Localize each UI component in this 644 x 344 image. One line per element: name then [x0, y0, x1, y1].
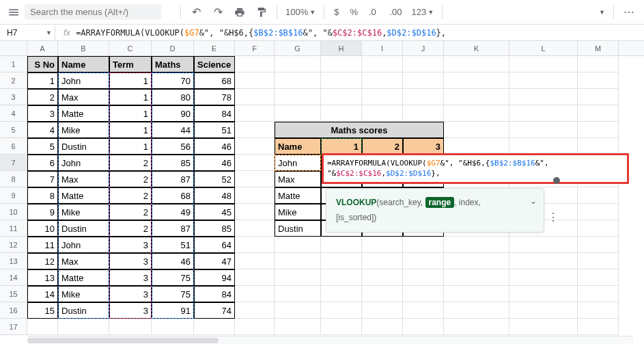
cell[interactable]: 3: [109, 286, 152, 302]
cell[interactable]: 3: [109, 269, 152, 286]
cell[interactable]: 2: [109, 220, 152, 237]
cell[interactable]: [362, 56, 403, 72]
cell[interactable]: Max: [58, 171, 109, 187]
cell[interactable]: [578, 286, 619, 302]
cell[interactable]: [578, 253, 619, 269]
cell[interactable]: 3: [109, 302, 152, 319]
cell[interactable]: 2: [109, 204, 152, 220]
cell[interactable]: [194, 319, 235, 335]
cell[interactable]: John: [58, 155, 109, 171]
cell[interactable]: [321, 105, 362, 122]
cell[interactable]: 85: [152, 155, 194, 171]
cell[interactable]: [109, 319, 152, 335]
cell[interactable]: Maths: [152, 56, 194, 72]
row-header[interactable]: 3: [0, 89, 27, 105]
col-header-B[interactable]: B: [58, 41, 109, 55]
cell[interactable]: [444, 269, 509, 286]
cell[interactable]: [235, 286, 275, 302]
cell[interactable]: 2: [109, 155, 152, 171]
cell[interactable]: [275, 286, 321, 302]
decrease-decimal-button[interactable]: .0: [365, 7, 382, 17]
row-header[interactable]: 11: [0, 220, 27, 237]
cell[interactable]: 85: [194, 220, 235, 237]
cell[interactable]: 87: [152, 171, 194, 187]
row-header[interactable]: 13: [0, 253, 27, 269]
cell[interactable]: [362, 253, 403, 269]
cell[interactable]: 78: [194, 89, 235, 105]
cell[interactable]: [578, 204, 619, 220]
cell[interactable]: [27, 319, 58, 335]
cell[interactable]: [444, 56, 509, 72]
more-icon[interactable]: ⋯: [619, 4, 639, 21]
cell[interactable]: 8: [27, 187, 58, 204]
formula-input[interactable]: =ARRAYFORMULA(VLOOKUP($G7&", "&H$6,{$B$2…: [76, 28, 640, 38]
cell[interactable]: 2: [109, 171, 152, 187]
cell[interactable]: [235, 302, 275, 319]
cell[interactable]: [275, 56, 321, 72]
cell[interactable]: [235, 253, 275, 269]
cell[interactable]: 84: [194, 105, 235, 122]
cell[interactable]: 14: [27, 286, 58, 302]
cell[interactable]: [235, 155, 275, 171]
zoom-dropdown[interactable]: 100%▼: [283, 7, 318, 17]
help-more-icon[interactable]: ⋮: [548, 208, 559, 228]
cell[interactable]: 3: [109, 237, 152, 253]
row-header[interactable]: 1: [0, 56, 27, 72]
cell[interactable]: 52: [194, 171, 235, 187]
cell[interactable]: [403, 286, 444, 302]
cell[interactable]: [509, 122, 578, 138]
cell[interactable]: [509, 89, 578, 105]
cell[interactable]: Term: [109, 56, 152, 72]
cell[interactable]: [509, 105, 578, 122]
cell[interactable]: [578, 89, 619, 105]
col-header-H[interactable]: H: [321, 41, 362, 55]
cell[interactable]: 46: [194, 138, 235, 155]
cell[interactable]: 2: [27, 89, 58, 105]
increase-decimal-button[interactable]: .00: [385, 7, 406, 17]
cell[interactable]: [403, 89, 444, 105]
cell[interactable]: 7: [27, 171, 58, 187]
cell[interactable]: [444, 89, 509, 105]
cell[interactable]: [152, 319, 194, 335]
number-format-dropdown[interactable]: 123▼: [409, 7, 437, 17]
paint-format-icon[interactable]: [252, 4, 271, 21]
cell[interactable]: [275, 237, 321, 253]
cell[interactable]: Max: [275, 171, 321, 187]
cell[interactable]: [578, 319, 619, 335]
cell[interactable]: 2: [109, 187, 152, 204]
cell[interactable]: Science: [194, 56, 235, 72]
cell[interactable]: 80: [152, 89, 194, 105]
cell[interactable]: [235, 122, 275, 138]
cell[interactable]: 45: [194, 204, 235, 220]
cell[interactable]: 75: [152, 286, 194, 302]
row-header[interactable]: 12: [0, 237, 27, 253]
cell[interactable]: [444, 72, 509, 89]
cell[interactable]: Dustin: [275, 220, 321, 237]
formula-edit-overlay[interactable]: =ARRAYFORMULA(VLOOKUP($G7&", "&H$6,{$B$2…: [322, 153, 629, 184]
cell[interactable]: 90: [152, 105, 194, 122]
col-header-J[interactable]: J: [403, 41, 444, 55]
cell[interactable]: [235, 220, 275, 237]
cell[interactable]: [362, 237, 403, 253]
cell[interactable]: [444, 122, 509, 138]
row-header[interactable]: 16: [0, 302, 27, 319]
cell[interactable]: [444, 302, 509, 319]
cell[interactable]: [444, 253, 509, 269]
cell[interactable]: 70: [152, 72, 194, 89]
cell[interactable]: [362, 269, 403, 286]
horizontal-scrollbar[interactable]: [27, 336, 633, 344]
cell[interactable]: 68: [152, 187, 194, 204]
cell[interactable]: 75: [152, 269, 194, 286]
cell[interactable]: Dustin: [58, 138, 109, 155]
col-header-E[interactable]: E: [194, 41, 235, 55]
row-header[interactable]: 2: [0, 72, 27, 89]
cell[interactable]: Mike: [58, 204, 109, 220]
cell[interactable]: 1: [109, 122, 152, 138]
cell[interactable]: [403, 72, 444, 89]
row-header[interactable]: 5: [0, 122, 27, 138]
cell[interactable]: 1: [109, 138, 152, 155]
cell[interactable]: Name: [58, 56, 109, 72]
cell[interactable]: Matte: [58, 105, 109, 122]
cell[interactable]: 1: [109, 105, 152, 122]
cell[interactable]: [509, 72, 578, 89]
